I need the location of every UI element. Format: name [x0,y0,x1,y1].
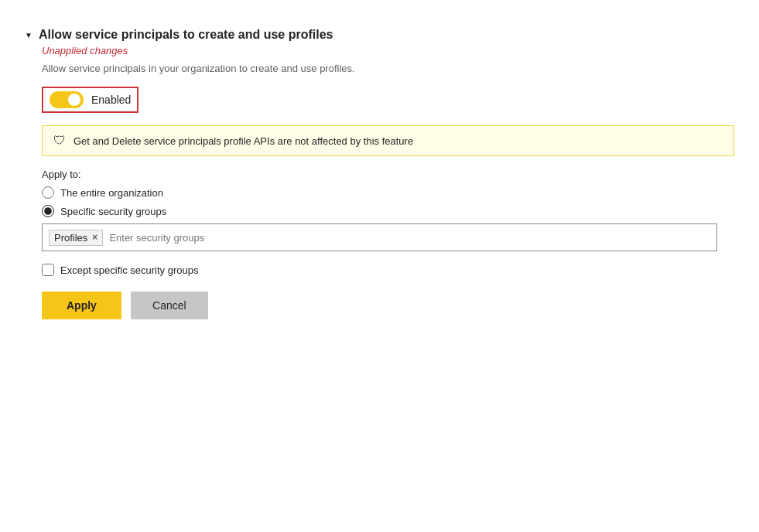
radio-specific-groups[interactable]: Specific security groups [42,205,734,217]
radio-entire-org-label: The entire organization [60,187,163,199]
settings-panel: ▼ Allow service principals to create and… [0,15,759,332]
section-description: Allow service principals in your organiz… [42,63,734,74]
toggle-highlighted-wrapper: Enabled [42,87,138,113]
unapplied-changes-label: Unapplied changes [42,45,734,56]
security-groups-field[interactable]: Profiles × [42,223,717,251]
toggle-track [50,91,84,108]
profiles-tag: Profiles × [49,230,103,246]
toggle-thumb [68,94,80,106]
section-header: ▼ Allow service principals to create and… [25,28,734,42]
except-row: Except specific security groups [42,264,734,276]
radio-entire-org-input[interactable] [42,186,54,199]
cancel-button[interactable]: Cancel [131,292,208,319]
except-groups-label: Except specific security groups [60,264,198,276]
toggle-label: Enabled [91,94,131,106]
radio-specific-groups-label: Specific security groups [60,206,166,217]
security-groups-input[interactable] [109,232,710,244]
info-banner-text: Get and Delete service principals profil… [74,135,413,147]
radio-entire-org[interactable]: The entire organization [42,186,734,199]
radio-specific-groups-input[interactable] [42,205,54,217]
enabled-toggle[interactable] [50,91,84,108]
apply-button[interactable]: Apply [42,292,121,319]
apply-to-label: Apply to: [42,169,734,180]
button-row: Apply Cancel [42,292,734,319]
info-shield-icon: 🛡 [53,134,66,148]
except-groups-checkbox[interactable] [42,264,54,276]
profiles-tag-label: Profiles [54,232,87,244]
profiles-tag-remove-button[interactable]: × [92,232,97,243]
collapse-arrow-icon[interactable]: ▼ [25,31,32,39]
section-title: Allow service principals to create and u… [39,28,333,42]
info-banner: 🛡 Get and Delete service principals prof… [42,125,734,156]
toggle-row: Enabled [42,87,734,113]
